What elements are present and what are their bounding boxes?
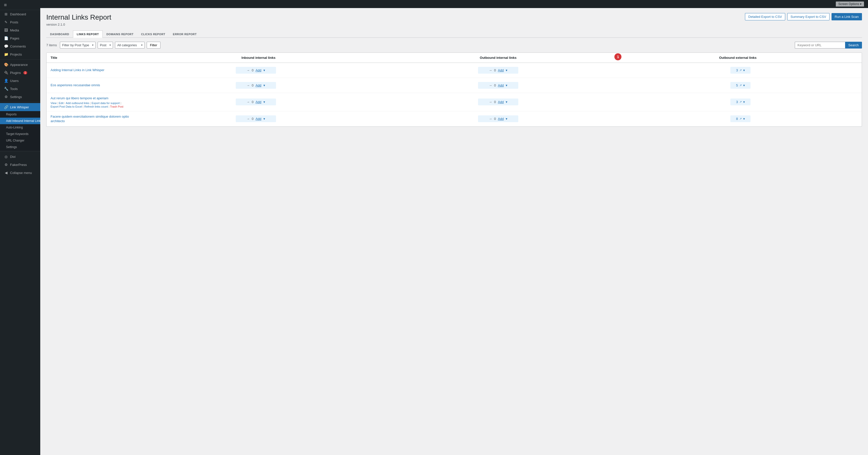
add-inbound-link-4[interactable]: Add	[256, 117, 261, 121]
main-area: Screen Options ▾ Internal Links Report v…	[40, 0, 868, 455]
trash-link-3[interactable]: Trash Post	[110, 105, 124, 108]
inbound-count-4: 0	[252, 117, 253, 121]
sidebar-submenu-url-changer[interactable]: URL Changer	[0, 137, 40, 144]
sidebar-submenu-settings[interactable]: Settings	[0, 144, 40, 150]
tab-error-report[interactable]: Error Report	[169, 30, 200, 38]
inbound-dropdown-3[interactable]: ▾	[264, 100, 265, 104]
search-button[interactable]: Search	[845, 42, 862, 48]
sidebar-item-projects[interactable]: 📁 Projects	[0, 50, 40, 58]
add-outbound-3[interactable]: Add outbound links	[66, 102, 90, 105]
outbound-dropdown-3[interactable]: ▾	[506, 100, 507, 104]
arrow-icon: →	[489, 84, 492, 87]
outbound-dropdown-1[interactable]: ▾	[506, 68, 507, 72]
add-outbound-link-4[interactable]: Add	[498, 117, 504, 121]
summary-export-button[interactable]: Summary Export to CSV	[787, 13, 830, 20]
search-input[interactable]	[795, 42, 845, 48]
add-outbound-link-2[interactable]: Add	[498, 84, 504, 87]
sidebar-item-settings[interactable]: ⚙ Settings	[0, 93, 40, 101]
sidebar-item-tools[interactable]: 🔧 Tools	[0, 85, 40, 93]
add-inbound-link-2[interactable]: Add	[256, 84, 261, 87]
categories-select[interactable]: All categoriesUncategorized	[115, 42, 145, 48]
arrow-icon: →	[489, 68, 492, 72]
tab-domains-report[interactable]: Domains Report	[103, 30, 137, 38]
add-inbound-link-3[interactable]: Add	[256, 100, 261, 104]
outbound-count-3: 0	[494, 100, 496, 104]
post-link-4[interactable]: Facere quidem exercitationem similique d…	[51, 115, 131, 123]
arrow-icon: →	[246, 84, 250, 87]
post-link-2[interactable]: Eos asperiores recusandae omnis	[51, 83, 100, 88]
sidebar-item-pages[interactable]: 📄 Pages	[0, 34, 40, 42]
sidebar-item-label: Plugins	[10, 71, 21, 75]
view-link-3[interactable]: View	[51, 102, 57, 105]
export-excel-3[interactable]: Export Post Data to Excel	[51, 105, 82, 108]
detailed-export-button[interactable]: Detailed Export to CSV	[745, 13, 785, 20]
sidebar-item-link-whisper[interactable]: 🔗 Link Whisper	[0, 103, 40, 111]
outbound-dropdown-4[interactable]: ▾	[506, 117, 507, 121]
sidebar-item-posts[interactable]: ✎ Posts	[0, 18, 40, 26]
categories-filter-wrapper: All categoriesUncategorized	[115, 42, 145, 48]
wp-logo-icon: ⊞	[4, 3, 7, 7]
add-outbound-link-1[interactable]: Add	[498, 68, 504, 72]
external-link-cell-1: 3 ↗ ▾	[731, 67, 750, 74]
external-dropdown-3[interactable]: ▾	[743, 100, 745, 104]
outbound-count-2: 0	[494, 84, 496, 87]
inbound-dropdown-4[interactable]: ▾	[264, 117, 265, 121]
sidebar-item-media[interactable]: 🖼 Media	[0, 26, 40, 34]
arrow-icon: →	[489, 100, 492, 104]
sidebar-item-divi[interactable]: ◎ Divi	[0, 153, 40, 161]
cell-title-1: Adding Internal Links in Link Whisper	[46, 63, 134, 78]
add-inbound-link-1[interactable]: Add	[256, 68, 261, 72]
edit-link-3[interactable]: Edit	[59, 102, 64, 105]
external-dropdown-2[interactable]: ▾	[743, 84, 745, 87]
sidebar-submenu-auto-linking[interactable]: Auto-Linking	[0, 124, 40, 131]
collapse-icon: ◀	[4, 171, 8, 175]
sidebar-item-fakerpress[interactable]: ⚙ FakerPress	[0, 161, 40, 169]
cell-title-4: Facere quidem exercitationem similique d…	[46, 111, 134, 126]
outbound-dropdown-2[interactable]: ▾	[506, 84, 507, 87]
external-dropdown-1[interactable]: ▾	[743, 68, 745, 72]
filter-button[interactable]: Filter	[147, 42, 160, 48]
tabs-bar: Dashboard Links Report Domains Report Cl…	[46, 30, 862, 38]
arrow-icon: →	[246, 68, 250, 72]
outbound-count-1: 0	[494, 68, 496, 72]
sidebar-item-dashboard[interactable]: ⊞ Dashboard	[0, 10, 40, 18]
external-arrow-icon: ↗	[739, 69, 742, 72]
reports-label: Reports	[6, 112, 17, 116]
sidebar-submenu-reports[interactable]: Reports	[0, 111, 40, 118]
sidebar-submenu-add-inbound[interactable]: Add Inbound Internal Links	[0, 118, 40, 124]
url-changer-label: URL Changer	[6, 139, 24, 142]
external-dropdown-4[interactable]: ▾	[743, 117, 745, 121]
page-title-block: Internal Links Report version 2.1.0	[46, 13, 111, 26]
refresh-links-3[interactable]: Refresh links count	[84, 105, 108, 108]
export-support-3[interactable]: Export data for support	[92, 102, 120, 105]
run-scan-button[interactable]: Run a Link Scan	[832, 13, 862, 20]
inbound-dropdown-1[interactable]: ▾	[264, 68, 265, 72]
add-outbound-link-3[interactable]: Add	[498, 100, 504, 104]
table-row: Aut rerum qui libero tempore et aperiam …	[46, 93, 862, 111]
sidebar-item-label: Media	[10, 28, 19, 32]
sidebar-submenu-target-keywords[interactable]: Target Keywords	[0, 131, 40, 137]
inbound-link-cell-1: → 0 Add ▾	[236, 67, 276, 74]
post-select[interactable]: Post	[98, 42, 113, 48]
sidebar-item-label: Comments	[10, 44, 26, 48]
post-type-select[interactable]: Filter by Post TypePostPage	[60, 42, 96, 48]
screen-options-button[interactable]: Screen Options ▾	[836, 1, 864, 6]
settings-sub-label: Settings	[6, 145, 17, 149]
arrow-icon: →	[246, 117, 250, 121]
external-count-1: 3	[736, 68, 738, 72]
cell-external-2: 5 ↗ ▾	[619, 78, 862, 93]
outbound-link-cell-1: → 0 Add ▾	[478, 67, 518, 74]
inbound-dropdown-2[interactable]: ▾	[264, 84, 265, 87]
sidebar-item-users[interactable]: 👤 Users	[0, 77, 40, 85]
sidebar-item-plugins[interactable]: 🔌 Plugins 1	[0, 69, 40, 77]
sidebar-item-collapse[interactable]: ◀ Collapse menu	[0, 169, 40, 177]
post-link-1[interactable]: Adding Internal Links in Link Whisper	[51, 68, 104, 72]
cell-inbound-1: → 0 Add ▾	[134, 63, 377, 78]
tab-dashboard[interactable]: Dashboard	[46, 30, 73, 38]
sidebar-item-appearance[interactable]: 🎨 Appearance	[0, 61, 40, 69]
post-link-3[interactable]: Aut rerum qui libero tempore et aperiam	[51, 96, 108, 101]
tab-clicks-report[interactable]: Clicks Report	[137, 30, 169, 38]
tab-links-report[interactable]: Links Report	[73, 30, 103, 38]
sidebar-item-comments[interactable]: 💬 Comments	[0, 42, 40, 50]
col-outbound: Outbound internal links 1	[378, 56, 618, 60]
